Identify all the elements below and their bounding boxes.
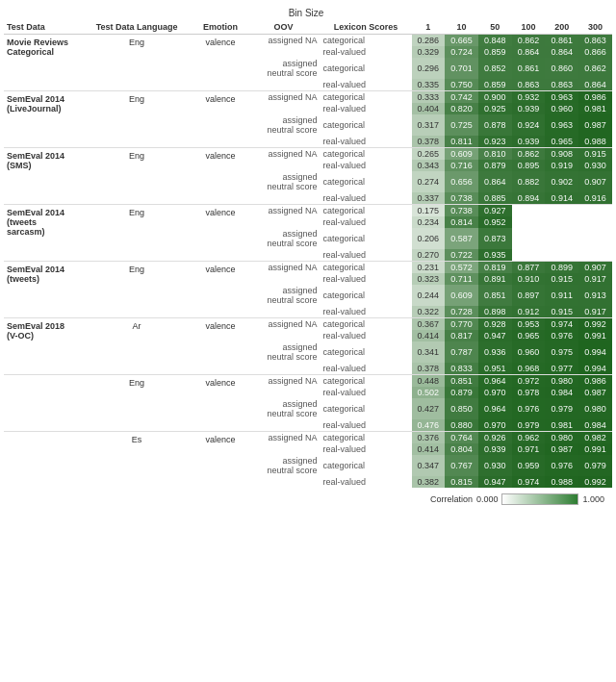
val-bin-200 (545, 228, 578, 249)
val-bin-50: 0.952 (478, 216, 512, 228)
val-bin-100: 0.939 (512, 136, 546, 148)
oov-label (247, 136, 321, 148)
emotion-label: valence (194, 91, 247, 148)
val-bin-50: 0.864 (478, 171, 512, 192)
lexicon-label: real-valued (321, 46, 412, 58)
val-bin-300: 0.916 (578, 192, 612, 205)
col-bin-50: 50 (478, 20, 512, 35)
emotion-label: valence (194, 375, 247, 432)
language-label: Eng (80, 375, 194, 432)
val-bin-1: 0.206 (412, 228, 446, 249)
val-bin-1: 0.322 (412, 306, 446, 318)
val-bin-100: 0.924 (512, 114, 546, 136)
val-bin-300 (578, 249, 612, 262)
col-language: Test Data Language (80, 20, 194, 35)
val-bin-300: 0.991 (578, 330, 612, 341)
val-bin-50: 0.848 (478, 35, 512, 47)
oov-label: assigned NA (247, 262, 321, 274)
val-bin-1: 0.367 (412, 318, 446, 331)
oov-label: assigned neutral score (247, 398, 321, 419)
val-bin-10: 0.767 (445, 455, 478, 476)
val-bin-1: 0.382 (412, 476, 446, 488)
val-bin-50: 0.859 (478, 79, 512, 91)
lexicon-label: real-valued (321, 306, 412, 318)
test-data-label: SemEval 2014 (LiveJournal) (4, 91, 80, 148)
val-bin-100: 0.877 (512, 262, 546, 274)
val-bin-300: 0.866 (578, 46, 612, 58)
val-bin-300 (578, 216, 612, 228)
val-bin-300: 0.862 (578, 58, 612, 79)
lexicon-label: real-valued (321, 136, 412, 148)
val-bin-200: 0.974 (545, 318, 578, 331)
val-bin-200: 0.863 (545, 79, 578, 91)
emotion-label: valence (194, 148, 247, 205)
val-bin-300 (578, 205, 612, 217)
val-bin-300: 0.863 (578, 35, 612, 47)
val-bin-50: 0.873 (478, 228, 512, 249)
val-bin-300: 0.992 (578, 318, 612, 331)
lexicon-label: real-valued (321, 387, 412, 398)
val-bin-50: 0.879 (478, 160, 512, 171)
col-bin-100: 100 (512, 20, 546, 35)
col-emotion: Emotion (194, 20, 247, 35)
val-bin-300: 0.984 (578, 419, 612, 432)
val-bin-1: 0.378 (412, 136, 446, 148)
test-data-label: SemEval 2018 (V-OC) (4, 318, 80, 375)
oov-label: assigned neutral score (247, 171, 321, 192)
val-bin-100 (512, 205, 546, 217)
val-bin-10: 0.572 (445, 262, 478, 274)
val-bin-300: 0.913 (578, 285, 612, 306)
val-bin-200: 0.981 (545, 419, 578, 432)
lexicon-label: real-valued (321, 419, 412, 432)
val-bin-10: 0.851 (445, 375, 478, 388)
val-bin-200 (545, 216, 578, 228)
oov-label (247, 330, 321, 341)
val-bin-1: 0.448 (412, 375, 446, 388)
val-bin-300: 0.992 (578, 476, 612, 488)
val-bin-300: 0.917 (578, 273, 612, 285)
val-bin-10: 0.609 (445, 285, 478, 306)
val-bin-10: 0.728 (445, 306, 478, 318)
val-bin-300: 0.982 (578, 432, 612, 444)
lexicon-label: categorical (321, 285, 412, 306)
val-bin-1: 0.323 (412, 273, 446, 285)
val-bin-10: 0.656 (445, 171, 478, 192)
val-bin-50: 0.947 (478, 330, 512, 341)
val-bin-10: 0.587 (445, 228, 478, 249)
val-bin-300: 0.994 (578, 341, 612, 363)
language-label: Es (80, 432, 194, 489)
correlation-label: Correlation (430, 494, 473, 504)
val-bin-1: 0.270 (412, 249, 446, 262)
val-bin-10: 0.750 (445, 79, 478, 91)
oov-label: assigned NA (247, 148, 321, 161)
val-bin-50: 0.928 (478, 318, 512, 331)
oov-label: assigned NA (247, 35, 321, 47)
col-oov: OOV (247, 20, 321, 35)
col-bin-300: 300 (578, 20, 612, 35)
val-bin-50: 0.891 (478, 273, 512, 285)
oov-label: assigned NA (247, 91, 321, 104)
val-bin-300: 0.979 (578, 455, 612, 476)
val-bin-100: 0.965 (512, 330, 546, 341)
val-bin-50: 0.951 (478, 363, 512, 375)
val-bin-10: 0.738 (445, 205, 478, 217)
val-bin-1: 0.343 (412, 160, 446, 171)
val-bin-10: 0.879 (445, 387, 478, 398)
lexicon-label: categorical (321, 398, 412, 419)
val-bin-100: 0.861 (512, 58, 546, 79)
oov-label (247, 387, 321, 398)
oov-label (247, 160, 321, 171)
lexicon-label: real-valued (321, 476, 412, 488)
lexicon-label: real-valued (321, 363, 412, 375)
val-bin-50: 0.810 (478, 148, 512, 161)
val-bin-50: 0.859 (478, 46, 512, 58)
lexicon-label: categorical (321, 262, 412, 274)
lexicon-label: categorical (321, 318, 412, 331)
test-data-label: Movie Reviews Categorical (4, 35, 80, 91)
oov-label (247, 419, 321, 432)
oov-label (247, 249, 321, 262)
lexicon-label: categorical (321, 455, 412, 476)
val-bin-50: 0.936 (478, 341, 512, 363)
language-label: Ar (80, 318, 194, 375)
lexicon-label: categorical (321, 375, 412, 388)
